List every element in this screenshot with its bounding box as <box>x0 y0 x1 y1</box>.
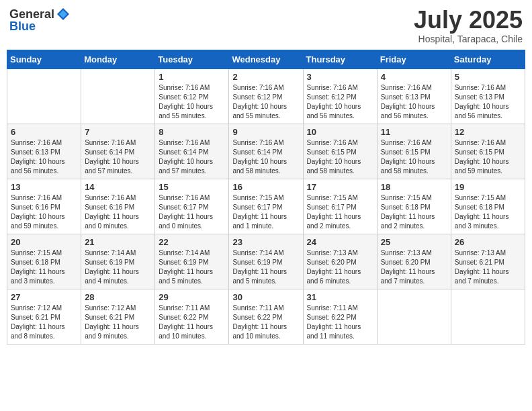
calendar-cell <box>377 289 451 344</box>
weekday-header-monday: Monday <box>81 50 155 68</box>
day-number: 7 <box>85 127 151 137</box>
day-number: 2 <box>232 72 299 82</box>
weekday-header-friday: Friday <box>377 50 451 68</box>
day-info: Sunrise: 7:16 AMSunset: 6:13 PMDaylight:… <box>11 138 77 176</box>
day-number: 1 <box>159 72 225 82</box>
calendar-cell: 30Sunrise: 7:11 AMSunset: 6:22 PMDayligh… <box>229 289 303 344</box>
day-number: 17 <box>307 182 373 192</box>
day-number: 11 <box>381 127 447 137</box>
calendar-cell: 3Sunrise: 7:16 AMSunset: 6:12 PMDaylight… <box>303 68 377 124</box>
calendar-cell: 14Sunrise: 7:16 AMSunset: 6:16 PMDayligh… <box>81 179 155 234</box>
day-number: 10 <box>307 127 373 137</box>
calendar-cell: 27Sunrise: 7:12 AMSunset: 6:21 PMDayligh… <box>7 289 81 344</box>
day-number: 14 <box>85 182 151 192</box>
day-number: 31 <box>307 292 373 302</box>
day-number: 13 <box>11 182 77 192</box>
day-info: Sunrise: 7:16 AMSunset: 6:13 PMDaylight:… <box>455 83 521 121</box>
calendar-cell: 19Sunrise: 7:15 AMSunset: 6:18 PMDayligh… <box>451 179 525 234</box>
logo-flag-icon <box>56 7 71 21</box>
calendar-cell <box>7 68 81 124</box>
weekday-header-tuesday: Tuesday <box>155 50 229 68</box>
day-number: 6 <box>11 127 77 137</box>
day-info: Sunrise: 7:14 AMSunset: 6:19 PMDaylight:… <box>85 248 151 286</box>
calendar-cell: 2Sunrise: 7:16 AMSunset: 6:12 PMDaylight… <box>229 68 303 124</box>
day-number: 26 <box>455 237 521 247</box>
day-info: Sunrise: 7:12 AMSunset: 6:21 PMDaylight:… <box>11 304 77 341</box>
week-row-2: 6Sunrise: 7:16 AMSunset: 6:13 PMDaylight… <box>7 124 525 179</box>
calendar-cell: 21Sunrise: 7:14 AMSunset: 6:19 PMDayligh… <box>81 234 155 289</box>
day-number: 22 <box>159 237 225 247</box>
day-number: 24 <box>307 237 373 247</box>
day-info: Sunrise: 7:16 AMSunset: 6:14 PMDaylight:… <box>85 138 151 176</box>
calendar-cell: 10Sunrise: 7:16 AMSunset: 6:15 PMDayligh… <box>303 124 377 179</box>
calendar-cell: 26Sunrise: 7:13 AMSunset: 6:21 PMDayligh… <box>451 234 525 289</box>
calendar-cell: 13Sunrise: 7:16 AMSunset: 6:16 PMDayligh… <box>7 179 81 234</box>
day-info: Sunrise: 7:16 AMSunset: 6:12 PMDaylight:… <box>159 83 225 121</box>
day-number: 5 <box>455 72 521 82</box>
calendar-cell: 20Sunrise: 7:15 AMSunset: 6:18 PMDayligh… <box>7 234 81 289</box>
calendar-table: SundayMondayTuesdayWednesdayThursdayFrid… <box>7 50 525 345</box>
calendar-cell: 4Sunrise: 7:16 AMSunset: 6:13 PMDaylight… <box>377 68 451 124</box>
calendar-cell: 25Sunrise: 7:13 AMSunset: 6:20 PMDayligh… <box>377 234 451 289</box>
weekday-header-thursday: Thursday <box>303 50 377 68</box>
day-number: 9 <box>232 127 299 137</box>
week-row-4: 20Sunrise: 7:15 AMSunset: 6:18 PMDayligh… <box>7 234 525 289</box>
page-header: General Blue July 2025 Hospital, Tarapac… <box>7 7 525 44</box>
calendar-cell: 12Sunrise: 7:16 AMSunset: 6:15 PMDayligh… <box>451 124 525 179</box>
weekday-header-row: SundayMondayTuesdayWednesdayThursdayFrid… <box>7 50 525 68</box>
day-info: Sunrise: 7:16 AMSunset: 6:15 PMDaylight:… <box>455 138 521 176</box>
week-row-1: 1Sunrise: 7:16 AMSunset: 6:12 PMDaylight… <box>7 68 525 124</box>
day-info: Sunrise: 7:16 AMSunset: 6:15 PMDaylight:… <box>307 138 373 176</box>
day-number: 18 <box>381 182 447 192</box>
calendar-cell: 18Sunrise: 7:15 AMSunset: 6:18 PMDayligh… <box>377 179 451 234</box>
day-info: Sunrise: 7:15 AMSunset: 6:18 PMDaylight:… <box>381 193 447 231</box>
calendar-cell <box>81 68 155 124</box>
day-number: 8 <box>159 127 225 137</box>
day-info: Sunrise: 7:16 AMSunset: 6:14 PMDaylight:… <box>232 138 299 176</box>
calendar-cell: 28Sunrise: 7:12 AMSunset: 6:21 PMDayligh… <box>81 289 155 344</box>
day-number: 20 <box>11 237 77 247</box>
day-number: 28 <box>85 292 151 302</box>
day-info: Sunrise: 7:14 AMSunset: 6:19 PMDaylight:… <box>232 248 299 286</box>
day-info: Sunrise: 7:16 AMSunset: 6:16 PMDaylight:… <box>85 193 151 231</box>
logo-general-text: General <box>9 8 54 20</box>
day-info: Sunrise: 7:16 AMSunset: 6:13 PMDaylight:… <box>381 83 447 121</box>
calendar-cell: 5Sunrise: 7:16 AMSunset: 6:13 PMDaylight… <box>451 68 525 124</box>
day-info: Sunrise: 7:15 AMSunset: 6:18 PMDaylight:… <box>455 193 521 231</box>
day-number: 29 <box>159 292 225 302</box>
calendar-cell: 9Sunrise: 7:16 AMSunset: 6:14 PMDaylight… <box>229 124 303 179</box>
day-info: Sunrise: 7:15 AMSunset: 6:17 PMDaylight:… <box>307 193 373 231</box>
day-number: 19 <box>455 182 521 192</box>
calendar-cell: 24Sunrise: 7:13 AMSunset: 6:20 PMDayligh… <box>303 234 377 289</box>
day-info: Sunrise: 7:16 AMSunset: 6:15 PMDaylight:… <box>381 138 447 176</box>
calendar-cell: 23Sunrise: 7:14 AMSunset: 6:19 PMDayligh… <box>229 234 303 289</box>
logo: General Blue <box>9 7 71 32</box>
day-number: 27 <box>11 292 77 302</box>
day-number: 25 <box>381 237 447 247</box>
day-info: Sunrise: 7:11 AMSunset: 6:22 PMDaylight:… <box>159 304 225 341</box>
day-info: Sunrise: 7:16 AMSunset: 6:12 PMDaylight:… <box>232 83 299 121</box>
page-subtitle: Hospital, Tarapaca, Chile <box>414 34 523 44</box>
day-number: 30 <box>232 292 299 302</box>
calendar-cell: 6Sunrise: 7:16 AMSunset: 6:13 PMDaylight… <box>7 124 81 179</box>
day-number: 23 <box>232 237 299 247</box>
calendar-cell <box>451 289 525 344</box>
logo-blue-text: Blue <box>9 20 36 32</box>
calendar-cell: 22Sunrise: 7:14 AMSunset: 6:19 PMDayligh… <box>155 234 229 289</box>
day-info: Sunrise: 7:16 AMSunset: 6:14 PMDaylight:… <box>159 138 225 176</box>
page-title: July 2025 <box>414 7 523 34</box>
weekday-header-sunday: Sunday <box>7 50 81 68</box>
title-block: July 2025 Hospital, Tarapaca, Chile <box>414 7 523 44</box>
day-number: 16 <box>232 182 299 192</box>
calendar-cell: 31Sunrise: 7:11 AMSunset: 6:22 PMDayligh… <box>303 289 377 344</box>
week-row-5: 27Sunrise: 7:12 AMSunset: 6:21 PMDayligh… <box>7 289 525 344</box>
day-info: Sunrise: 7:16 AMSunset: 6:12 PMDaylight:… <box>307 83 373 121</box>
day-info: Sunrise: 7:15 AMSunset: 6:18 PMDaylight:… <box>11 248 77 286</box>
day-number: 12 <box>455 127 521 137</box>
day-info: Sunrise: 7:11 AMSunset: 6:22 PMDaylight:… <box>232 304 299 341</box>
day-info: Sunrise: 7:16 AMSunset: 6:17 PMDaylight:… <box>159 193 225 231</box>
day-number: 4 <box>381 72 447 82</box>
calendar-cell: 11Sunrise: 7:16 AMSunset: 6:15 PMDayligh… <box>377 124 451 179</box>
calendar-cell: 17Sunrise: 7:15 AMSunset: 6:17 PMDayligh… <box>303 179 377 234</box>
day-info: Sunrise: 7:14 AMSunset: 6:19 PMDaylight:… <box>159 248 225 286</box>
